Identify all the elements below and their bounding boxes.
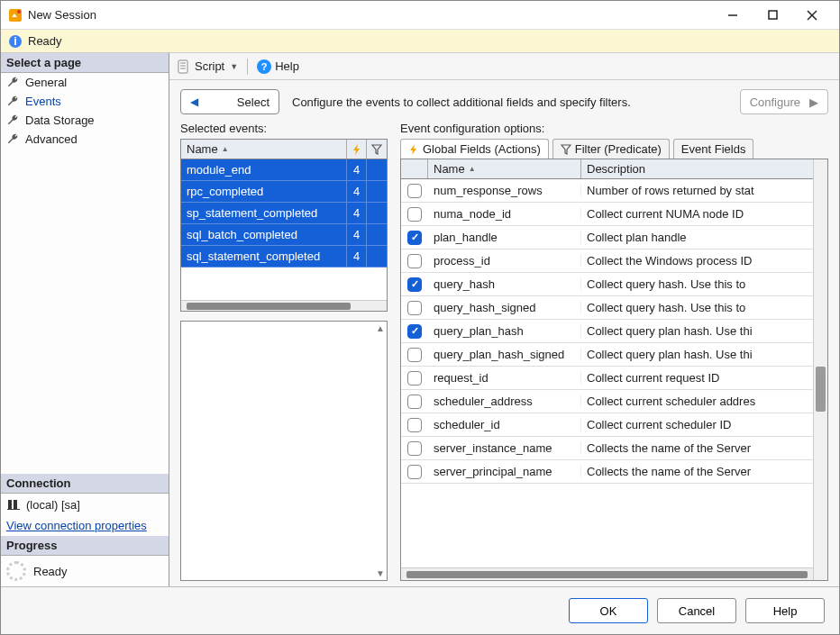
svg-rect-11 — [178, 60, 187, 73]
field-description: Collect query hash. Use this to — [581, 277, 813, 291]
event-row[interactable]: sp_statement_completed4 — [181, 203, 387, 224]
field-description: Collect current scheduler ID — [581, 418, 813, 431]
chevron-down-icon[interactable]: ▼ — [230, 62, 238, 71]
toolbar: Script ▼ ? Help — [169, 53, 839, 80]
arrow-right-icon: ▶ — [809, 95, 818, 109]
filter-icon — [561, 144, 571, 155]
fields-header-name[interactable]: Name ▲ — [428, 159, 581, 178]
script-button[interactable]: Script — [195, 59, 224, 73]
field-checkbox[interactable]: ✓ — [401, 324, 428, 339]
field-checkbox[interactable]: ✓ — [401, 277, 428, 292]
fields-vscrollbar[interactable] — [813, 159, 827, 580]
ok-button[interactable]: OK — [569, 598, 648, 623]
field-name: scheduler_id — [428, 418, 581, 431]
fields-grid-body: num_response_rowsNumber of rows returned… — [401, 179, 813, 567]
field-row[interactable]: numa_node_idCollect current NUMA node ID — [401, 203, 813, 226]
field-name: scheduler_address — [428, 395, 581, 408]
tab-filter-predicate[interactable]: Filter (Predicate) — [552, 139, 670, 159]
field-row[interactable]: scheduler_addressCollect current schedul… — [401, 390, 813, 413]
field-name: query_plan_hash — [428, 324, 581, 338]
sidebar: Select a page General Events Data Storag… — [1, 53, 169, 586]
field-row[interactable]: server_instance_nameCollects the name of… — [401, 437, 813, 460]
field-row[interactable]: query_hash_signedCollect query hash. Use… — [401, 296, 813, 320]
sidebar-item-label: Advanced — [25, 132, 78, 146]
field-description: Number of rows returned by stat — [581, 184, 813, 197]
events-hscrollbar[interactable] — [181, 300, 387, 311]
status-strip: i Ready — [1, 30, 839, 53]
maximize-icon — [768, 10, 778, 20]
event-row[interactable]: sql_batch_completed4 — [181, 224, 387, 246]
field-row[interactable]: server_principal_nameCollects the name o… — [401, 460, 813, 484]
field-checkbox[interactable] — [401, 184, 428, 198]
fields-hscrollbar[interactable] — [401, 567, 813, 580]
sort-asc-icon: ▲ — [222, 145, 229, 153]
fields-header-description[interactable]: Description — [581, 159, 813, 178]
event-row[interactable]: module_end4 — [181, 159, 387, 181]
lightning-icon — [408, 144, 419, 155]
sidebar-head-progress: Progress — [1, 536, 169, 556]
fields-grid-header: Name ▲ Description — [401, 159, 813, 179]
sidebar-item-events[interactable]: Events — [1, 92, 169, 111]
field-name: plan_handle — [428, 231, 581, 244]
field-row[interactable]: ✓plan_handleCollect plan handle — [401, 226, 813, 249]
title-bar: New Session — [1, 1, 839, 30]
scroll-up-icon[interactable]: ▲ — [376, 323, 385, 333]
field-checkbox[interactable] — [401, 395, 428, 409]
field-row[interactable]: request_idCollect current request ID — [401, 367, 813, 390]
view-connection-properties-link[interactable]: View connection properties — [1, 515, 169, 536]
sidebar-item-label: Data Storage — [25, 113, 95, 127]
tab-global-fields[interactable]: Global Fields (Actions) — [400, 139, 549, 159]
field-description: Collect query plan hash. Use thi — [581, 324, 813, 338]
configure-button[interactable]: Configure ▶ — [740, 89, 828, 114]
script-icon — [177, 59, 191, 74]
field-row[interactable]: num_response_rowsNumber of rows returned… — [401, 179, 813, 203]
field-checkbox[interactable] — [401, 207, 428, 222]
field-name: numa_node_id — [428, 207, 581, 221]
field-checkbox[interactable] — [401, 348, 428, 362]
svg-text:i: i — [14, 34, 17, 48]
field-checkbox[interactable] — [401, 418, 428, 432]
help-icon: ? — [257, 59, 271, 74]
help-button[interactable]: Help — [745, 598, 825, 623]
tab-event-fields[interactable]: Event Fields — [673, 139, 754, 159]
close-button[interactable] — [792, 2, 832, 29]
events-header-actions[interactable] — [347, 140, 367, 159]
events-header-name[interactable]: Name ▲ — [181, 140, 347, 159]
select-configure-row: ◀ Select Configure the events to collect… — [180, 89, 828, 114]
sidebar-head-connection: Connection — [1, 474, 169, 494]
scroll-down-icon[interactable]: ▼ — [376, 568, 385, 578]
event-row[interactable]: sql_statement_completed4 — [181, 246, 387, 268]
event-row[interactable]: rpc_completed4 — [181, 181, 387, 203]
event-description-panel: ▲ ▼ — [180, 321, 388, 581]
field-row[interactable]: process_idCollect the Windows process ID — [401, 249, 813, 273]
field-checkbox[interactable]: ✓ — [401, 231, 428, 245]
sidebar-item-general[interactable]: General — [1, 73, 169, 92]
arrow-left-icon: ◀ — [190, 95, 198, 108]
field-checkbox[interactable] — [401, 465, 428, 479]
fields-header-checkbox[interactable] — [401, 159, 428, 178]
minimize-button[interactable] — [713, 2, 753, 29]
field-row[interactable]: ✓query_plan_hashCollect query plan hash.… — [401, 320, 813, 343]
help-button[interactable]: Help — [275, 59, 299, 73]
cancel-button[interactable]: Cancel — [657, 598, 736, 623]
wrench-icon — [6, 113, 20, 127]
field-row[interactable]: ✓query_hashCollect query hash. Use this … — [401, 273, 813, 296]
wrench-icon — [6, 132, 20, 146]
field-checkbox[interactable] — [401, 371, 428, 386]
status-text: Ready — [28, 34, 62, 48]
field-checkbox[interactable] — [401, 254, 428, 268]
field-name: num_response_rows — [428, 184, 581, 197]
sidebar-item-advanced[interactable]: Advanced — [1, 130, 169, 149]
field-row[interactable]: scheduler_idCollect current scheduler ID — [401, 413, 813, 437]
field-name: request_id — [428, 371, 581, 385]
maximize-button[interactable] — [753, 2, 792, 29]
field-row[interactable]: query_plan_hash_signedCollect query plan… — [401, 343, 813, 367]
config-tabs: Global Fields (Actions) Filter (Predicat… — [400, 139, 828, 159]
field-checkbox[interactable] — [401, 441, 428, 456]
sidebar-item-data-storage[interactable]: Data Storage — [1, 111, 169, 130]
select-button[interactable]: ◀ Select — [180, 89, 279, 114]
field-checkbox[interactable] — [401, 301, 428, 315]
content: ◀ Select Configure the events to collect… — [169, 80, 839, 586]
events-header-filter[interactable] — [367, 140, 387, 159]
field-description: Collects the name of the Server — [581, 465, 813, 478]
